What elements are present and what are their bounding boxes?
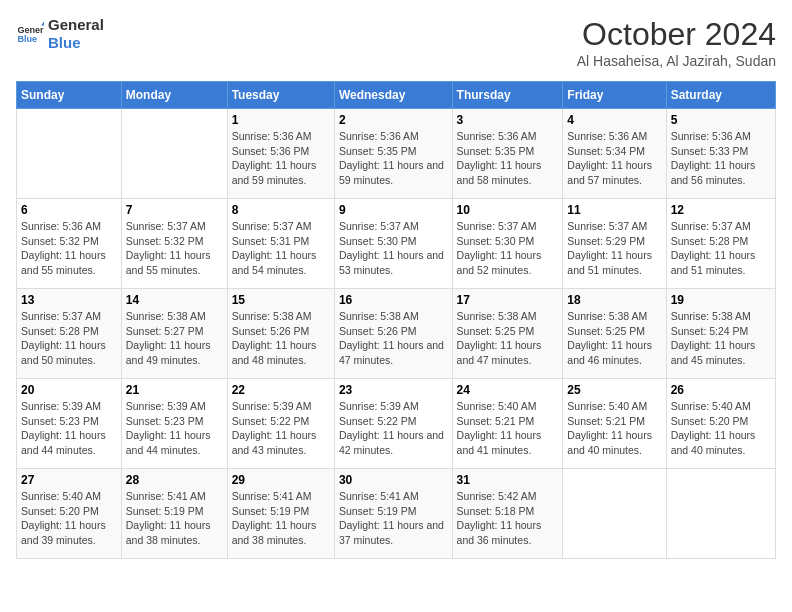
day-info: Sunrise: 5:41 AM Sunset: 5:19 PM Dayligh…	[232, 489, 330, 548]
calendar-cell: 4Sunrise: 5:36 AM Sunset: 5:34 PM Daylig…	[563, 109, 666, 199]
day-number: 23	[339, 383, 448, 397]
column-header-wednesday: Wednesday	[334, 82, 452, 109]
day-number: 27	[21, 473, 117, 487]
day-info: Sunrise: 5:37 AM Sunset: 5:30 PM Dayligh…	[457, 219, 559, 278]
calendar-table: SundayMondayTuesdayWednesdayThursdayFrid…	[16, 81, 776, 559]
day-number: 28	[126, 473, 223, 487]
calendar-cell: 29Sunrise: 5:41 AM Sunset: 5:19 PM Dayli…	[227, 469, 334, 559]
day-info: Sunrise: 5:36 AM Sunset: 5:35 PM Dayligh…	[339, 129, 448, 188]
calendar-week-3: 13Sunrise: 5:37 AM Sunset: 5:28 PM Dayli…	[17, 289, 776, 379]
day-number: 4	[567, 113, 661, 127]
calendar-cell: 11Sunrise: 5:37 AM Sunset: 5:29 PM Dayli…	[563, 199, 666, 289]
title-area: October 2024 Al Hasaheisa, Al Jazirah, S…	[577, 16, 776, 69]
day-number: 31	[457, 473, 559, 487]
day-info: Sunrise: 5:40 AM Sunset: 5:20 PM Dayligh…	[671, 399, 771, 458]
calendar-cell	[17, 109, 122, 199]
day-number: 14	[126, 293, 223, 307]
calendar-cell: 18Sunrise: 5:38 AM Sunset: 5:25 PM Dayli…	[563, 289, 666, 379]
calendar-week-5: 27Sunrise: 5:40 AM Sunset: 5:20 PM Dayli…	[17, 469, 776, 559]
calendar-week-2: 6Sunrise: 5:36 AM Sunset: 5:32 PM Daylig…	[17, 199, 776, 289]
logo-line1: General	[48, 16, 104, 34]
day-info: Sunrise: 5:40 AM Sunset: 5:21 PM Dayligh…	[567, 399, 661, 458]
calendar-cell: 27Sunrise: 5:40 AM Sunset: 5:20 PM Dayli…	[17, 469, 122, 559]
day-info: Sunrise: 5:42 AM Sunset: 5:18 PM Dayligh…	[457, 489, 559, 548]
day-info: Sunrise: 5:38 AM Sunset: 5:26 PM Dayligh…	[232, 309, 330, 368]
subtitle: Al Hasaheisa, Al Jazirah, Sudan	[577, 53, 776, 69]
day-info: Sunrise: 5:37 AM Sunset: 5:28 PM Dayligh…	[21, 309, 117, 368]
calendar-cell: 13Sunrise: 5:37 AM Sunset: 5:28 PM Dayli…	[17, 289, 122, 379]
day-info: Sunrise: 5:36 AM Sunset: 5:36 PM Dayligh…	[232, 129, 330, 188]
day-number: 16	[339, 293, 448, 307]
day-number: 11	[567, 203, 661, 217]
calendar-cell: 14Sunrise: 5:38 AM Sunset: 5:27 PM Dayli…	[121, 289, 227, 379]
day-info: Sunrise: 5:37 AM Sunset: 5:29 PM Dayligh…	[567, 219, 661, 278]
day-info: Sunrise: 5:36 AM Sunset: 5:35 PM Dayligh…	[457, 129, 559, 188]
day-info: Sunrise: 5:39 AM Sunset: 5:23 PM Dayligh…	[126, 399, 223, 458]
day-number: 18	[567, 293, 661, 307]
day-number: 25	[567, 383, 661, 397]
day-number: 30	[339, 473, 448, 487]
day-number: 7	[126, 203, 223, 217]
svg-text:General: General	[17, 25, 44, 35]
day-number: 21	[126, 383, 223, 397]
day-number: 19	[671, 293, 771, 307]
day-info: Sunrise: 5:36 AM Sunset: 5:34 PM Dayligh…	[567, 129, 661, 188]
calendar-cell	[666, 469, 775, 559]
day-info: Sunrise: 5:37 AM Sunset: 5:32 PM Dayligh…	[126, 219, 223, 278]
day-number: 2	[339, 113, 448, 127]
calendar-cell: 6Sunrise: 5:36 AM Sunset: 5:32 PM Daylig…	[17, 199, 122, 289]
day-number: 13	[21, 293, 117, 307]
day-number: 5	[671, 113, 771, 127]
calendar-cell: 12Sunrise: 5:37 AM Sunset: 5:28 PM Dayli…	[666, 199, 775, 289]
calendar-cell: 30Sunrise: 5:41 AM Sunset: 5:19 PM Dayli…	[334, 469, 452, 559]
day-number: 22	[232, 383, 330, 397]
calendar-cell: 2Sunrise: 5:36 AM Sunset: 5:35 PM Daylig…	[334, 109, 452, 199]
column-header-sunday: Sunday	[17, 82, 122, 109]
day-info: Sunrise: 5:38 AM Sunset: 5:25 PM Dayligh…	[567, 309, 661, 368]
column-header-friday: Friday	[563, 82, 666, 109]
day-number: 29	[232, 473, 330, 487]
day-info: Sunrise: 5:38 AM Sunset: 5:26 PM Dayligh…	[339, 309, 448, 368]
day-info: Sunrise: 5:41 AM Sunset: 5:19 PM Dayligh…	[339, 489, 448, 548]
calendar-cell	[563, 469, 666, 559]
logo-line2: Blue	[48, 34, 104, 52]
day-number: 1	[232, 113, 330, 127]
calendar-cell: 7Sunrise: 5:37 AM Sunset: 5:32 PM Daylig…	[121, 199, 227, 289]
calendar-cell: 15Sunrise: 5:38 AM Sunset: 5:26 PM Dayli…	[227, 289, 334, 379]
calendar-cell: 20Sunrise: 5:39 AM Sunset: 5:23 PM Dayli…	[17, 379, 122, 469]
header-row: SundayMondayTuesdayWednesdayThursdayFrid…	[17, 82, 776, 109]
day-info: Sunrise: 5:40 AM Sunset: 5:21 PM Dayligh…	[457, 399, 559, 458]
calendar-cell: 3Sunrise: 5:36 AM Sunset: 5:35 PM Daylig…	[452, 109, 563, 199]
svg-text:Blue: Blue	[17, 34, 37, 44]
day-number: 20	[21, 383, 117, 397]
calendar-cell: 17Sunrise: 5:38 AM Sunset: 5:25 PM Dayli…	[452, 289, 563, 379]
calendar-week-1: 1Sunrise: 5:36 AM Sunset: 5:36 PM Daylig…	[17, 109, 776, 199]
day-info: Sunrise: 5:37 AM Sunset: 5:28 PM Dayligh…	[671, 219, 771, 278]
day-info: Sunrise: 5:36 AM Sunset: 5:33 PM Dayligh…	[671, 129, 771, 188]
calendar-cell: 1Sunrise: 5:36 AM Sunset: 5:36 PM Daylig…	[227, 109, 334, 199]
calendar-cell: 31Sunrise: 5:42 AM Sunset: 5:18 PM Dayli…	[452, 469, 563, 559]
day-number: 9	[339, 203, 448, 217]
calendar-cell: 23Sunrise: 5:39 AM Sunset: 5:22 PM Dayli…	[334, 379, 452, 469]
calendar-cell: 25Sunrise: 5:40 AM Sunset: 5:21 PM Dayli…	[563, 379, 666, 469]
calendar-cell: 26Sunrise: 5:40 AM Sunset: 5:20 PM Dayli…	[666, 379, 775, 469]
calendar-cell: 16Sunrise: 5:38 AM Sunset: 5:26 PM Dayli…	[334, 289, 452, 379]
calendar-cell	[121, 109, 227, 199]
day-number: 15	[232, 293, 330, 307]
logo-icon: General Blue	[16, 20, 44, 48]
day-number: 24	[457, 383, 559, 397]
calendar-cell: 28Sunrise: 5:41 AM Sunset: 5:19 PM Dayli…	[121, 469, 227, 559]
calendar-cell: 22Sunrise: 5:39 AM Sunset: 5:22 PM Dayli…	[227, 379, 334, 469]
calendar-cell: 8Sunrise: 5:37 AM Sunset: 5:31 PM Daylig…	[227, 199, 334, 289]
day-number: 6	[21, 203, 117, 217]
day-number: 10	[457, 203, 559, 217]
day-info: Sunrise: 5:37 AM Sunset: 5:30 PM Dayligh…	[339, 219, 448, 278]
calendar-week-4: 20Sunrise: 5:39 AM Sunset: 5:23 PM Dayli…	[17, 379, 776, 469]
day-number: 17	[457, 293, 559, 307]
day-info: Sunrise: 5:39 AM Sunset: 5:22 PM Dayligh…	[339, 399, 448, 458]
day-info: Sunrise: 5:38 AM Sunset: 5:25 PM Dayligh…	[457, 309, 559, 368]
column-header-saturday: Saturday	[666, 82, 775, 109]
calendar-cell: 21Sunrise: 5:39 AM Sunset: 5:23 PM Dayli…	[121, 379, 227, 469]
day-info: Sunrise: 5:36 AM Sunset: 5:32 PM Dayligh…	[21, 219, 117, 278]
column-header-thursday: Thursday	[452, 82, 563, 109]
